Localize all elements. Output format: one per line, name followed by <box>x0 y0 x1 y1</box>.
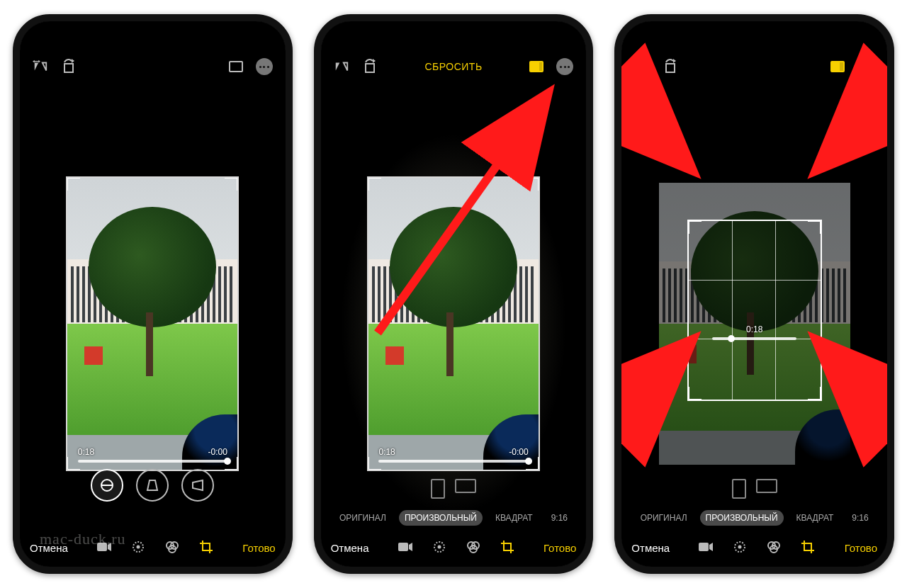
done-button[interactable]: Готово <box>845 542 877 554</box>
watermark: mac-duck.ru <box>40 530 126 548</box>
aspect-ratio-icon[interactable] <box>830 61 845 72</box>
ratio-option[interactable]: 9:16 <box>546 510 573 526</box>
media-canvas[interactable]: 0:18 ОРИГИНАЛ ПРОИЗВОЛЬНЫЙ КВАДРАТ 9:16 <box>621 81 887 567</box>
editor-screen: 0:18 -0:00 <box>20 21 286 567</box>
scrub-end-time: -0:00 <box>208 447 227 457</box>
svg-marker-28 <box>673 59 676 63</box>
ratio-option-selected[interactable]: ПРОИЗВОЛЬНЫЙ <box>700 510 784 526</box>
orientation-landscape-button[interactable] <box>455 479 476 493</box>
crop-handle-bl[interactable] <box>687 387 702 401</box>
scrub-start-time: 0:18 <box>378 447 395 457</box>
crop-handle-br[interactable] <box>808 387 822 401</box>
video-scrubber[interactable]: 0:18 -0:00 <box>78 447 227 463</box>
phone-mockup-1: 0:18 -0:00 <box>13 14 293 574</box>
scrub-handle[interactable] <box>728 335 735 342</box>
svg-marker-1 <box>33 60 35 63</box>
rotate-icon[interactable] <box>362 59 378 74</box>
video-frame[interactable]: 0:18 <box>659 183 850 465</box>
flip-horizontal-icon[interactable] <box>334 59 349 74</box>
svg-rect-3 <box>64 64 73 72</box>
phone-mockup-2: СБРОСИТЬ 0:18 <box>314 14 594 574</box>
svg-marker-2 <box>38 60 40 63</box>
crop-tab-icon[interactable] <box>500 539 515 557</box>
aspect-ratio-icon[interactable] <box>229 61 243 72</box>
ratio-option[interactable]: КВАДРАТ <box>791 510 840 526</box>
aspect-ratio-scroller[interactable]: ОРИГИНАЛ ПРОИЗВОЛЬНЫЙ КВАДРАТ 9:16 <box>621 510 887 526</box>
media-canvas[interactable]: 0:18 -0:00 <box>20 81 286 567</box>
crop-handle-tr[interactable] <box>808 220 822 234</box>
done-button[interactable]: Готово <box>543 542 576 554</box>
svg-point-32 <box>738 545 742 549</box>
ratio-option[interactable]: КВАДРАТ <box>490 510 539 526</box>
aspect-ratio-scroller[interactable]: ОРИГИНАЛ ПРОИЗВОЛЬНЫЙ КВАДРАТ 9:16 <box>321 510 587 526</box>
ratio-option-selected[interactable]: ПРОИЗВОЛЬНЫЙ <box>399 510 483 526</box>
ratio-option[interactable]: ОРИГИНАЛ <box>635 510 693 526</box>
orientation-portrait-button[interactable] <box>431 479 445 499</box>
phone-notch <box>687 21 822 41</box>
crop-frame[interactable]: 0:18 -0:00 <box>367 176 540 471</box>
adjust-tab-icon[interactable] <box>432 539 447 557</box>
video-tab-icon[interactable] <box>698 541 714 555</box>
svg-marker-30 <box>709 543 713 551</box>
ratio-option[interactable]: 9:16 <box>846 510 874 526</box>
straighten-button[interactable] <box>91 469 123 502</box>
scrub-handle[interactable] <box>525 458 532 465</box>
svg-marker-19 <box>409 543 412 551</box>
video-tab-icon[interactable] <box>398 541 413 555</box>
mode-tabs <box>698 539 816 557</box>
reset-button[interactable]: СБРОСИТЬ <box>424 61 482 72</box>
more-icon[interactable] <box>857 58 874 75</box>
done-button[interactable]: Готово <box>242 542 275 554</box>
svg-marker-8 <box>193 480 203 490</box>
rotate-icon[interactable] <box>61 59 77 74</box>
rotate-icon[interactable] <box>663 59 678 74</box>
crop-tab-icon[interactable] <box>800 539 816 557</box>
crop-handle-tl[interactable] <box>367 176 381 191</box>
crop-handle-tr[interactable] <box>526 176 540 191</box>
adjust-tab-icon[interactable] <box>130 539 146 557</box>
orientation-presets <box>321 479 587 499</box>
scrub-start-time: 0:18 <box>746 324 762 334</box>
svg-marker-7 <box>147 480 157 490</box>
aspect-ratio-icon[interactable] <box>529 61 543 72</box>
flip-horizontal-icon[interactable] <box>33 59 48 74</box>
svg-marker-4 <box>72 59 74 63</box>
mode-tabs <box>398 539 515 557</box>
phone-row: 0:18 -0:00 <box>0 0 907 588</box>
scrub-handle[interactable] <box>224 458 231 465</box>
angle-ruler[interactable] <box>30 509 276 526</box>
svg-point-21 <box>437 545 441 549</box>
video-scrubber[interactable]: 0:18 -0:00 <box>378 447 528 463</box>
phone-notch <box>386 21 521 41</box>
more-icon[interactable] <box>556 58 573 75</box>
crop-tab-icon[interactable] <box>198 539 214 557</box>
svg-rect-16 <box>366 64 374 72</box>
phone-notch <box>85 21 220 41</box>
media-canvas[interactable]: 0:18 -0:00 ОРИГИНАЛ ПРОИЗВОЛЬНЫЙ КВАДРАТ… <box>321 81 587 567</box>
editor-screen: 0:18 ОРИГИНАЛ ПРОИЗВОЛЬНЫЙ КВАДРАТ 9:16 <box>621 21 887 567</box>
crop-grid[interactable]: 0:18 <box>687 220 822 401</box>
crop-handle-tr[interactable] <box>225 176 239 191</box>
flip-horizontal-icon[interactable] <box>634 59 650 74</box>
adjust-tab-icon[interactable] <box>732 539 748 557</box>
orientation-landscape-button[interactable] <box>756 479 777 493</box>
scrub-start-time: 0:18 <box>78 447 94 457</box>
bottom-toolbar: Отмена Готово <box>321 539 587 557</box>
cancel-button[interactable]: Отмена <box>631 542 670 554</box>
crop-handle-tl[interactable] <box>687 220 702 234</box>
video-scrubber[interactable]: 0:18 <box>712 324 796 340</box>
crop-handle-tl[interactable] <box>66 176 80 191</box>
cancel-button[interactable]: Отмена <box>331 542 369 554</box>
filters-tab-icon[interactable] <box>164 539 180 557</box>
filters-tab-icon[interactable] <box>466 539 481 557</box>
orientation-portrait-button[interactable] <box>732 479 746 499</box>
editor-screen: СБРОСИТЬ 0:18 <box>321 21 587 567</box>
svg-rect-29 <box>699 543 709 551</box>
filters-tab-icon[interactable] <box>766 539 782 557</box>
crop-frame[interactable]: 0:18 -0:00 <box>66 176 239 471</box>
perspective-horizontal-button[interactable] <box>181 469 214 502</box>
perspective-vertical-button[interactable] <box>136 469 169 502</box>
more-icon[interactable] <box>256 58 273 75</box>
scrub-end-time: -0:00 <box>509 447 528 457</box>
ratio-option[interactable]: ОРИГИНАЛ <box>334 510 392 526</box>
